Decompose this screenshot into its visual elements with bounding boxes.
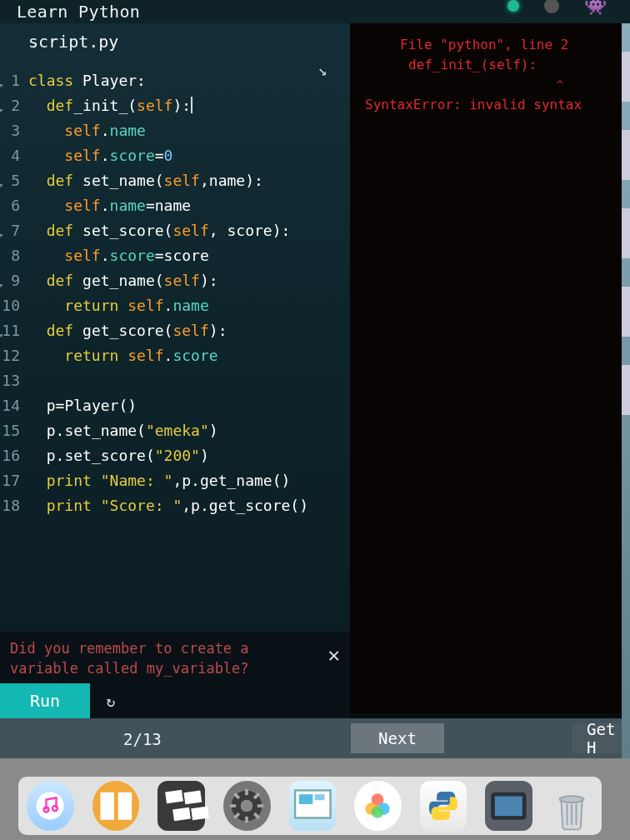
code-line[interactable]: 8 self.score=score: [0, 243, 350, 268]
dock: [18, 777, 602, 835]
code-line[interactable]: 3 self.name: [0, 118, 350, 143]
code-text: return self.score: [28, 343, 218, 368]
code-text: class Player:: [28, 68, 146, 93]
next-button[interactable]: Next: [351, 723, 444, 753]
python-icon[interactable]: [420, 781, 468, 831]
code-line[interactable]: 4 self.score=0: [0, 143, 350, 168]
code-text: def get_name(self):: [28, 268, 218, 293]
code-line[interactable]: 11 def get_score(self):: [0, 318, 350, 343]
svg-rect-19: [495, 796, 522, 816]
photobooth-icon[interactable]: [158, 781, 205, 831]
code-text: self.score=score: [28, 243, 209, 268]
run-button[interactable]: Run: [0, 683, 90, 718]
code-text: p.set_score("200"): [28, 443, 209, 468]
line-number: 2: [0, 93, 28, 118]
code-line[interactable]: 18 print "Score: ",p.get_score(): [0, 493, 350, 518]
code-text: def set_score(self, score):: [28, 218, 290, 243]
code-line[interactable]: 7 def set_score(self, score):: [0, 218, 350, 243]
code-line[interactable]: 17 print "Name: ",p.get_name(): [0, 468, 350, 493]
code-line[interactable]: 12 return self.score: [0, 343, 350, 368]
reset-button[interactable]: ↻: [90, 683, 132, 718]
svg-point-17: [372, 806, 384, 818]
hint-banner: Did you remember to create a variable ca…: [0, 632, 350, 683]
app-window: Learn Python 👾 script.py ↗ 1class Player…: [0, 0, 630, 758]
app-title: Learn Python: [17, 2, 140, 22]
code-line[interactable]: 10 return self.name: [0, 293, 350, 318]
console-line: def_init_(self):: [365, 55, 623, 75]
itunes-icon[interactable]: [27, 781, 74, 831]
line-number: 4: [0, 143, 28, 168]
settings-icon[interactable]: [223, 781, 271, 831]
reset-icon: ↻: [107, 692, 116, 710]
svg-point-2: [241, 800, 253, 812]
line-number: 3: [0, 118, 28, 143]
code-text: print "Name: ",p.get_name(): [28, 468, 290, 493]
desktop-sliver: [622, 23, 630, 758]
line-number: 12: [0, 343, 28, 368]
code-line[interactable]: 15 p.set_name("emeka"): [0, 418, 350, 443]
code-line[interactable]: 5 def set_name(self,name):: [0, 168, 350, 193]
console-line: File "python", line 2: [365, 35, 623, 55]
avatar-icon[interactable]: [544, 0, 559, 13]
line-number: 7: [0, 218, 28, 243]
run-bar: Run ↻: [0, 683, 350, 718]
next-label: Next: [378, 729, 417, 748]
editor-tab[interactable]: script.py: [0, 23, 350, 60]
code-line[interactable]: 9 def get_name(self):: [0, 268, 350, 293]
trash-icon[interactable]: [551, 779, 593, 832]
code-text: p=Player(): [28, 393, 137, 418]
code-line[interactable]: 2 def_init_(self):: [0, 93, 350, 118]
code-editor[interactable]: script.py ↗ 1class Player:2 def_init_(se…: [0, 23, 350, 655]
line-number: 13: [0, 368, 28, 393]
finalcut-icon[interactable]: [485, 781, 532, 831]
line-number: 8: [0, 243, 28, 268]
line-number: 9: [0, 268, 28, 293]
console-caret: ^: [365, 75, 623, 95]
svg-point-0: [37, 792, 64, 820]
run-label: Run: [30, 691, 60, 711]
editor-tab-label: script.py: [28, 32, 118, 52]
code-line[interactable]: 13: [0, 368, 350, 393]
line-number: 11: [0, 318, 28, 343]
line-number: 6: [0, 193, 28, 218]
line-number: 17: [0, 468, 28, 493]
progress-text: 2/13: [123, 730, 162, 748]
svg-point-20: [560, 796, 584, 802]
output-console: File "python", line 2 def_init_(self): ^…: [350, 23, 630, 713]
line-number: 5: [0, 168, 28, 193]
hint-text: Did you remember to create a variable ca…: [10, 640, 249, 677]
svg-rect-13: [314, 794, 324, 800]
app-header: Learn Python 👾: [0, 0, 630, 23]
line-number: 15: [0, 418, 28, 443]
code-text: def set_name(self,name):: [28, 168, 263, 193]
line-number: 16: [0, 443, 28, 468]
code-text: print "Score: ",p.get_score(): [28, 493, 308, 518]
code-text: self.score=0: [28, 143, 172, 168]
code-text: self.name: [28, 118, 146, 143]
code-text: self.name=name: [28, 193, 191, 218]
status-dot-icon: [508, 0, 519, 12]
console-error: SyntaxError: invalid syntax: [365, 95, 623, 115]
code-body[interactable]: 1class Player:2 def_init_(self):3 self.n…: [0, 68, 350, 518]
code-text: p.set_name("emeka"): [28, 418, 218, 443]
code-text: def get_score(self):: [28, 318, 227, 343]
close-icon[interactable]: ✕: [328, 645, 340, 665]
robot-icon[interactable]: 👾: [584, 0, 607, 16]
line-number: 14: [0, 393, 28, 418]
code-line[interactable]: 6 self.name=name: [0, 193, 350, 218]
code-line[interactable]: 14 p=Player(): [0, 393, 350, 418]
ibooks-icon[interactable]: [92, 781, 140, 831]
preview-icon[interactable]: [289, 781, 337, 831]
code-line[interactable]: 1class Player:: [0, 68, 350, 93]
code-line[interactable]: 16 p.set_score("200"): [0, 443, 350, 468]
line-number: 1: [0, 68, 28, 93]
lesson-navbar: 2/13 Next Get H: [0, 718, 630, 758]
photos-icon[interactable]: [354, 781, 402, 831]
line-number: 18: [0, 493, 28, 518]
line-number: 10: [0, 293, 28, 318]
svg-rect-12: [298, 794, 312, 804]
code-text: return self.name: [28, 293, 209, 318]
code-text: def_init_(self):: [28, 93, 192, 118]
